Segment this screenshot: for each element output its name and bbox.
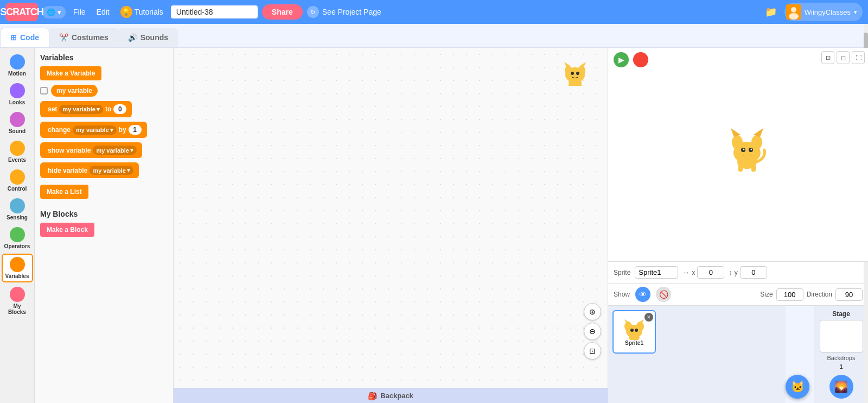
x-coord-group: ↔ x <box>682 266 724 279</box>
set-to-label: to <box>105 105 111 113</box>
change-variable-dropdown[interactable]: my variable <box>73 125 117 135</box>
backpack-bar[interactable]: 🎒 Backpack <box>174 388 608 403</box>
zoom-fit-button[interactable]: ⊡ <box>584 342 601 360</box>
sidebar-item-sound[interactable]: Sound <box>2 110 33 136</box>
zoom-out-button[interactable]: ⊖ <box>584 323 601 340</box>
sidebar-item-variables[interactable]: Variables <box>2 254 33 282</box>
stage-normal-button[interactable]: ◻ <box>837 51 850 64</box>
hide-variable-block[interactable]: hide variable my variable <box>40 162 139 178</box>
backdrops-count: 1 <box>839 363 843 370</box>
sprite1-delete-button[interactable]: ✕ <box>644 313 653 322</box>
y-arrow-icon: ↕ <box>729 268 732 276</box>
show-eye-button[interactable]: 👁 <box>635 287 650 302</box>
my-variable-row: my variable <box>40 85 168 97</box>
user-badge[interactable]: WiingyClasses ▾ <box>784 3 863 21</box>
size-input[interactable] <box>776 288 803 301</box>
myblocks-label: My Blocks <box>5 303 30 315</box>
stage-fullscreen-button[interactable]: ⛶ <box>852 51 865 64</box>
sprite-name-input[interactable] <box>635 266 678 279</box>
svg-rect-11 <box>569 84 571 86</box>
svg-point-8 <box>571 72 574 75</box>
add-backdrop-button[interactable]: 🌄 <box>829 375 853 399</box>
sidebar-item-myblocks[interactable]: My Blocks <box>2 285 33 317</box>
svg-point-33 <box>635 329 638 332</box>
sidebar-item-events[interactable]: Events <box>2 138 33 165</box>
add-sprite-button[interactable]: 🐱 <box>786 375 809 399</box>
hide-variable-dropdown[interactable]: my variable <box>90 166 133 175</box>
folder-button[interactable]: 📁 <box>763 4 779 20</box>
stage-resize-buttons: ⊡ ◻ ⛶ <box>821 51 865 64</box>
sidebar-item-sensing[interactable]: Sensing <box>2 196 33 223</box>
sidebar-item-motion[interactable]: Motion <box>2 52 33 79</box>
make-variable-button[interactable]: Make a Variable <box>40 66 101 80</box>
svg-point-9 <box>576 72 579 75</box>
tab-sounds[interactable]: 🔊 Sounds <box>118 28 178 47</box>
add-sprite-icon: 🐱 <box>791 380 805 393</box>
see-project-button[interactable]: ↻ See Project Page <box>307 6 381 18</box>
looks-label: Looks <box>9 99 25 105</box>
edit-menu[interactable]: Edit <box>93 5 113 18</box>
stage-small-button[interactable]: ⊡ <box>821 51 834 64</box>
sprite-bottom: Sprite ↔ x ↕ y Show 👁 🚫 Si <box>608 262 868 403</box>
sidebar-item-operators[interactable]: Operators <box>2 225 33 251</box>
make-list-button[interactable]: Make a List <box>40 185 88 199</box>
topbar: SCRATCH 🌐 ▾ File Edit 💡 Tutorials Share … <box>0 0 868 24</box>
show-label-text: Show <box>614 291 630 298</box>
sounds-tab-label: Sounds <box>141 33 168 42</box>
events-circle <box>10 141 25 156</box>
user-name: WiingyClasses <box>805 8 851 16</box>
sprite1-card-name: Sprite1 <box>625 340 643 346</box>
user-chevron: ▾ <box>854 9 857 16</box>
set-variable-dropdown[interactable]: my variable <box>59 105 103 114</box>
backpack-label: Backpack <box>380 392 413 400</box>
script-area[interactable]: ⊕ ⊖ ⊡ 🎒 Backpack <box>174 48 608 403</box>
project-name-input[interactable] <box>171 5 258 18</box>
change-value[interactable]: 1 <box>129 125 142 135</box>
show-variable-dropdown[interactable]: my variable <box>93 146 137 155</box>
sensing-label: Sensing <box>7 215 28 221</box>
my-variable-checkbox[interactable] <box>40 87 48 95</box>
set-block[interactable]: set my variable to 0 <box>40 101 132 117</box>
y-coord-group: ↕ y <box>729 266 767 279</box>
file-menu[interactable]: File <box>70 5 89 18</box>
size-label: Size <box>760 291 773 298</box>
myblocks-circle <box>10 287 25 302</box>
stop-button[interactable] <box>633 52 648 67</box>
direction-input[interactable] <box>835 288 863 301</box>
svg-point-1 <box>791 7 796 12</box>
variables-section-title: Variables <box>40 53 168 62</box>
motion-circle <box>10 54 25 70</box>
my-variable-bubble[interactable]: my variable <box>51 85 98 97</box>
sound-label: Sound <box>9 128 25 134</box>
scratch-logo[interactable]: SCRATCH <box>5 3 38 21</box>
sidebar-item-looks[interactable]: Looks <box>2 81 33 108</box>
see-project-label: See Project Page <box>322 8 381 16</box>
green-flag-button[interactable]: ▶ <box>614 52 629 67</box>
code-tab-label: Code <box>20 33 39 42</box>
costumes-icon: ✂️ <box>59 33 68 42</box>
y-coord-input[interactable] <box>740 266 767 279</box>
show-variable-block[interactable]: show variable my variable <box>40 142 142 158</box>
tutorials-button[interactable]: 💡 Tutorials <box>117 4 167 20</box>
change-by-label: by <box>119 126 126 134</box>
sidebar-item-control[interactable]: Control <box>2 167 33 194</box>
set-value[interactable]: 0 <box>113 104 126 114</box>
svg-marker-19 <box>754 128 763 137</box>
globe-button[interactable]: 🌐 ▾ <box>42 6 66 18</box>
hide-eye-button[interactable]: 🚫 <box>656 287 671 302</box>
change-block[interactable]: change my variable by 1 <box>40 122 147 138</box>
script-canvas[interactable] <box>174 48 608 403</box>
sprite-card-sprite1[interactable]: ✕ <box>612 310 656 354</box>
zoom-in-button[interactable]: ⊕ <box>584 303 601 320</box>
sprite-thumbnail-in-canvas <box>559 59 591 86</box>
svg-rect-12 <box>579 84 582 86</box>
blocks-panel: Variables Make a Variable my variable se… <box>35 48 174 403</box>
x-coord-input[interactable] <box>697 266 724 279</box>
stage-area: ▶ ⊡ ◻ ⛶ <box>608 48 868 262</box>
tab-code[interactable]: ⊞ Code <box>0 28 49 47</box>
tab-costumes[interactable]: ✂️ Costumes <box>49 28 118 47</box>
make-block-button[interactable]: Make a Block <box>40 223 94 237</box>
stage-thumb[interactable] <box>820 320 863 352</box>
sound-circle <box>10 112 25 127</box>
share-button[interactable]: Share <box>262 4 303 20</box>
